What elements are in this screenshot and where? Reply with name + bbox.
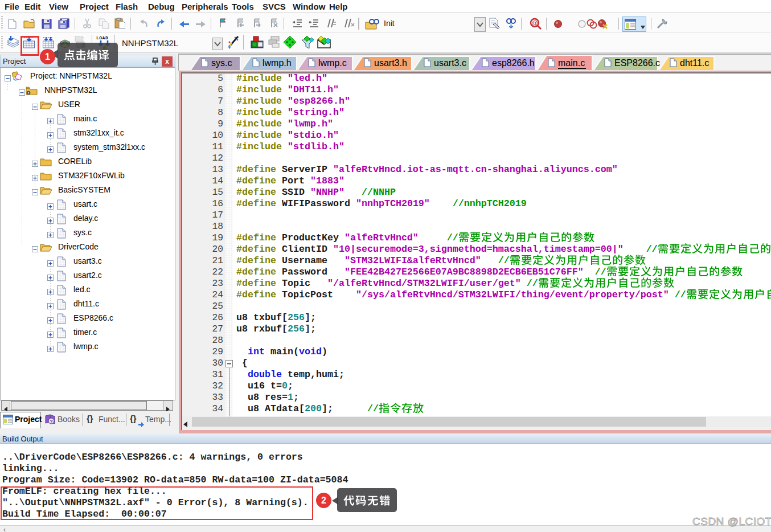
svg-text:?: ? xyxy=(50,419,53,424)
svg-text:@: @ xyxy=(532,19,538,26)
